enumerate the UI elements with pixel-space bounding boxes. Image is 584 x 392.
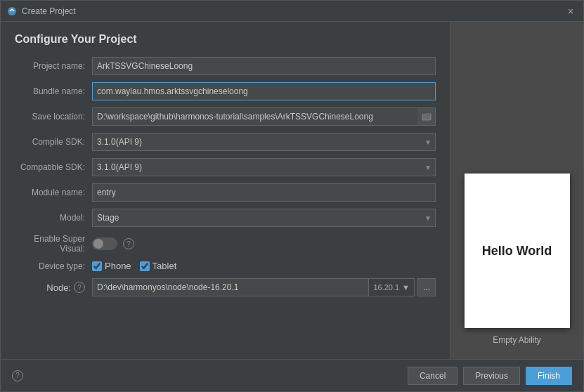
model-label: Model:: [15, 213, 92, 223]
super-visual-row: Enable Super Visual: ?: [15, 234, 436, 254]
dialog-body: Configure Your Project Project name: Bun…: [1, 22, 583, 359]
bundle-name-input[interactable]: [92, 82, 436, 100]
compatible-sdk-row: Compatible SDK: 3.1.0(API 9) 3.0.0(API 8…: [15, 158, 436, 176]
save-location-browse-button[interactable]: [417, 107, 436, 126]
preview-hello-world: Hello World: [482, 244, 552, 259]
previous-button[interactable]: Previous: [463, 367, 520, 385]
node-help-icon[interactable]: ?: [74, 282, 85, 293]
node-browse-button[interactable]: ...: [417, 278, 436, 296]
project-name-label: Project name:: [15, 61, 92, 71]
super-visual-toggle-container: ?: [92, 237, 134, 250]
module-name-row: Module name:: [15, 183, 436, 202]
compile-sdk-row: Compile SDK: 3.1.0(API 9) 3.0.0(API 8) ▼: [15, 133, 436, 151]
device-type-row: Device type: Phone Tablet: [15, 261, 436, 271]
tablet-checkbox[interactable]: [140, 261, 150, 271]
save-location-label: Save location:: [15, 112, 92, 122]
node-input-row: 16.20.1 ▼ ...: [92, 278, 436, 296]
dialog-footer: ? Cancel Previous Finish: [1, 359, 583, 391]
finish-button[interactable]: Finish: [526, 367, 572, 385]
super-visual-help-icon[interactable]: ?: [123, 238, 134, 249]
preview-image: Hello World: [465, 174, 570, 328]
node-path-input[interactable]: [93, 279, 368, 296]
phone-checkbox[interactable]: [92, 261, 102, 271]
app-icon: [6, 6, 18, 17]
tablet-label: Tablet: [153, 261, 177, 271]
node-label: Node:: [46, 282, 71, 293]
node-row: Node: ? 16.20.1 ▼ ...: [15, 278, 436, 296]
close-button[interactable]: ×: [564, 4, 578, 18]
compatible-sdk-label: Compatible SDK:: [15, 162, 92, 172]
project-name-input[interactable]: [92, 57, 436, 75]
bundle-name-row: Bundle name:: [15, 82, 436, 100]
save-location-input[interactable]: [92, 107, 436, 126]
section-title: Configure Your Project: [15, 33, 436, 46]
model-select[interactable]: Stage FA: [92, 209, 436, 227]
node-version-dropdown-icon[interactable]: ▼: [402, 283, 410, 292]
module-name-input[interactable]: [92, 183, 436, 202]
device-type-options: Phone Tablet: [92, 261, 176, 271]
cancel-button[interactable]: Cancel: [408, 367, 458, 385]
super-visual-toggle[interactable]: [92, 237, 117, 250]
tablet-checkbox-item[interactable]: Tablet: [140, 261, 177, 271]
bundle-name-label: Bundle name:: [15, 86, 92, 96]
svg-point-0: [8, 7, 16, 15]
compatible-sdk-select[interactable]: 3.1.0(API 9) 3.0.0(API 8): [92, 158, 436, 176]
title-bar-text: Create Project: [22, 6, 564, 16]
node-label-container: Node: ?: [15, 282, 92, 293]
left-panel: Configure Your Project Project name: Bun…: [1, 22, 450, 359]
phone-checkbox-item[interactable]: Phone: [92, 261, 131, 271]
phone-label: Phone: [105, 261, 131, 271]
node-version-badge: 16.20.1 ▼: [368, 279, 414, 296]
module-name-label: Module name:: [15, 188, 92, 197]
model-wrapper: Stage FA ▼: [92, 209, 436, 227]
compile-sdk-wrapper: 3.1.0(API 9) 3.0.0(API 8) ▼: [92, 133, 436, 151]
title-bar: Create Project ×: [1, 1, 583, 22]
compatible-sdk-wrapper: 3.1.0(API 9) 3.0.0(API 8) ▼: [92, 158, 436, 176]
model-row: Model: Stage FA ▼: [15, 209, 436, 227]
compile-sdk-select[interactable]: 3.1.0(API 9) 3.0.0(API 8): [92, 133, 436, 151]
project-name-row: Project name:: [15, 57, 436, 75]
footer-help-icon[interactable]: ?: [12, 370, 23, 381]
device-type-label: Device type:: [15, 261, 92, 271]
super-visual-label: Enable Super Visual:: [15, 234, 92, 254]
right-panel: Hello World Empty Ability: [450, 22, 583, 359]
node-input-wrapper: 16.20.1 ▼: [92, 278, 415, 296]
toggle-knob: [93, 239, 103, 249]
compile-sdk-label: Compile SDK:: [15, 137, 92, 147]
create-project-dialog: Create Project × Configure Your Project …: [0, 0, 584, 392]
save-location-wrapper: [92, 107, 436, 126]
save-location-row: Save location:: [15, 107, 436, 126]
preview-label: Empty Ability: [493, 335, 541, 345]
footer-help-area: ?: [12, 370, 402, 381]
